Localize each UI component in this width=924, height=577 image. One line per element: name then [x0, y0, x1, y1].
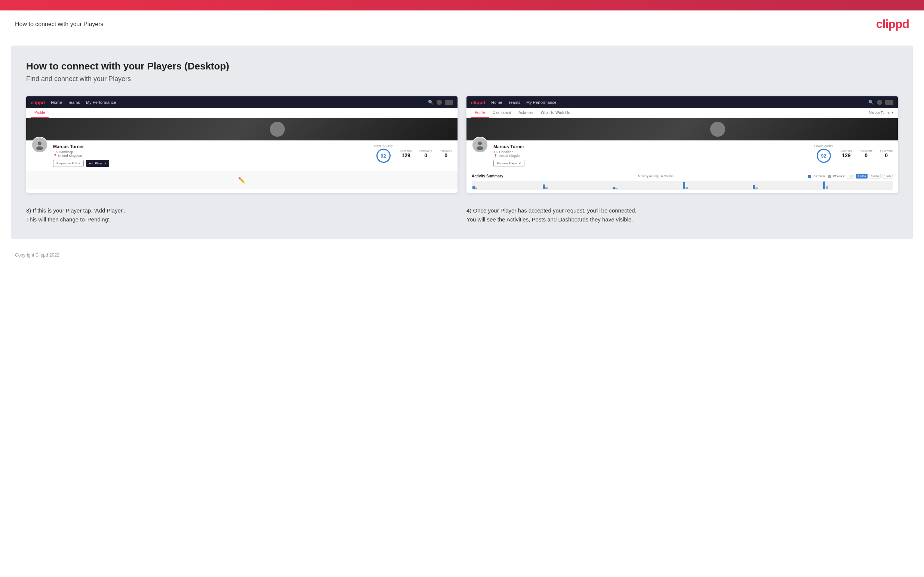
chart-group-1	[472, 186, 542, 189]
remove-player-button[interactable]: Remove Player ✕	[493, 160, 524, 167]
svg-point-1	[36, 147, 43, 150]
mini-banner-left	[26, 118, 457, 140]
quality-wrapper-left: Player Quality 92	[374, 144, 393, 163]
main-content: How to connect with your Players (Deskto…	[11, 45, 913, 239]
mini-chart	[472, 181, 893, 190]
copyright: Copyright Clippd 2022	[15, 253, 60, 258]
activity-summary: Activity Summary Monthly Activity · 6 Mo…	[467, 171, 898, 193]
svg-point-2	[478, 142, 482, 145]
player-name-left: Marcus Turner	[53, 144, 369, 149]
mini-nav-teams-left: Teams	[68, 100, 80, 105]
screenshot-left: clippd Home Teams My Performance 🔍 Profi…	[26, 96, 457, 193]
profile-info-left: Marcus Turner 1-5 Handicap 📍 United King…	[53, 144, 369, 167]
header: How to connect with your Players clippd	[0, 10, 924, 38]
banner-circle-right	[710, 122, 725, 137]
chart-bar-off	[826, 186, 828, 189]
mini-nav-left: clippd Home Teams My Performance 🔍	[26, 96, 457, 108]
tab-whattoon-right[interactable]: What To Work On	[537, 108, 574, 118]
stats-row-left: Player Quality 92 Activities 129 Followe…	[374, 144, 452, 163]
pencil-icon-left: ✏️	[238, 177, 246, 184]
svg-point-3	[477, 147, 483, 150]
chart-bar-off	[755, 187, 758, 189]
legend-on-label: On course	[813, 175, 825, 177]
chart-bar-off	[475, 187, 477, 189]
search-icon-left: 🔍	[428, 100, 434, 105]
player-handicap-left: 1-5 Handicap	[53, 150, 369, 154]
stat-following-right: Following 0	[880, 149, 893, 158]
header-title: How to connect with your Players	[15, 21, 103, 27]
mini-profile-right: Marcus Turner 1-5 Handicap 📍 United King…	[467, 140, 898, 171]
tab-profile-left[interactable]: Profile	[31, 108, 48, 118]
chart-bar-off	[615, 188, 617, 189]
time-btn-1yr[interactable]: 1 yr	[846, 174, 855, 179]
player-location-left: 📍 United Kingdom	[53, 154, 369, 158]
request-follow-button[interactable]: Request to Follow	[53, 160, 84, 167]
quality-circle-right: 92	[817, 148, 831, 163]
player-buttons-right: Remove Player ✕	[493, 160, 809, 167]
profile-info-right: Marcus Turner 1-5 Handicap 📍 United King…	[493, 144, 809, 167]
time-btn-3mths[interactable]: 3 mths	[869, 174, 880, 179]
chart-bar	[472, 186, 475, 189]
stats-row-right: Player Quality 92 Activities 129 Followe…	[814, 144, 893, 163]
chart-bar	[823, 182, 825, 189]
chart-bar	[683, 182, 685, 189]
description-text-right: 4) Once your Player has accepted your re…	[467, 206, 898, 224]
stat-activities-right: Activities 129	[840, 149, 852, 158]
add-player-button[interactable]: Add Player +	[86, 160, 109, 167]
player-handicap-right: 1-5 Handicap	[493, 150, 809, 154]
chart-bar	[753, 185, 755, 189]
banner-circle-left	[270, 122, 285, 137]
descriptions-row: 3) If this is your Player tap, 'Add Play…	[26, 206, 898, 224]
mini-nav-home-left: Home	[51, 100, 62, 105]
footer: Copyright Clippd 2022	[0, 247, 924, 264]
chart-group-6	[823, 182, 892, 189]
search-icon-right: 🔍	[868, 100, 874, 105]
stat-followers-right: Followers 0	[860, 149, 872, 158]
mini-nav-performance-left: My Performance	[86, 100, 116, 105]
mini-banner-right	[467, 118, 898, 140]
legend-off-course	[828, 175, 831, 178]
player-buttons-left: Request to Follow Add Player +	[53, 160, 369, 167]
description-right: 4) Once your Player has accepted your re…	[467, 206, 898, 224]
svg-point-0	[38, 142, 42, 145]
legend: On course Off course	[808, 175, 845, 178]
stat-activities-left: Activities 129	[400, 149, 412, 158]
mini-nav-right: clippd Home Teams My Performance 🔍	[467, 96, 898, 108]
mini-nav-performance-right: My Performance	[526, 100, 557, 105]
player-location-right: 📍 United Kingdom	[493, 154, 809, 158]
quality-wrapper-right: Player Quality 92	[814, 144, 833, 163]
mini-profile-left: Marcus Turner 1-5 Handicap 📍 United King…	[26, 140, 457, 171]
user-label-right: Marcus Turner ▾	[869, 108, 893, 118]
page-heading: How to connect with your Players (Deskto…	[26, 61, 898, 72]
mini-nav-right-right: 🔍	[868, 100, 893, 105]
mini-nav-right-left: 🔍	[428, 100, 453, 105]
tab-profile-right[interactable]: Profile	[471, 108, 489, 118]
screenshots-row: clippd Home Teams My Performance 🔍 Profi…	[26, 96, 898, 193]
legend-on-course	[808, 175, 811, 178]
legend-off-label: Off course	[833, 175, 845, 177]
settings-icon-left	[445, 100, 453, 105]
activity-controls: On course Off course 1 yr 6 mths 3 mths …	[808, 174, 893, 179]
page-subheading: Find and connect with your Players	[26, 75, 898, 83]
chart-bar-off	[545, 187, 548, 189]
time-btn-1mth[interactable]: 1 mth	[882, 174, 893, 179]
mini-logo-left: clippd	[31, 100, 45, 105]
description-left: 3) If this is your Player tap, 'Add Play…	[26, 206, 457, 224]
avatar-right	[472, 137, 488, 153]
quality-label-right: Player Quality	[814, 144, 833, 148]
screenshot-right: clippd Home Teams My Performance 🔍 Profi…	[467, 96, 898, 193]
quality-label-left: Player Quality	[374, 144, 393, 148]
mini-nav-home-right: Home	[491, 100, 502, 105]
mini-tabs-left: Profile	[26, 108, 457, 118]
chart-group-2	[543, 184, 612, 189]
avatar-left	[31, 137, 48, 153]
top-bar	[0, 0, 924, 10]
chart-group-3	[613, 187, 682, 189]
activity-title: Activity Summary	[472, 174, 503, 178]
time-btn-6mths[interactable]: 6 mths	[856, 174, 867, 179]
mini-logo-right: clippd	[471, 100, 485, 105]
tab-dashboard-right[interactable]: Dashboard	[489, 108, 515, 118]
tab-activities-right[interactable]: Activities	[515, 108, 537, 118]
stat-following-left: Following 0	[439, 149, 452, 158]
chart-bar	[613, 187, 615, 189]
